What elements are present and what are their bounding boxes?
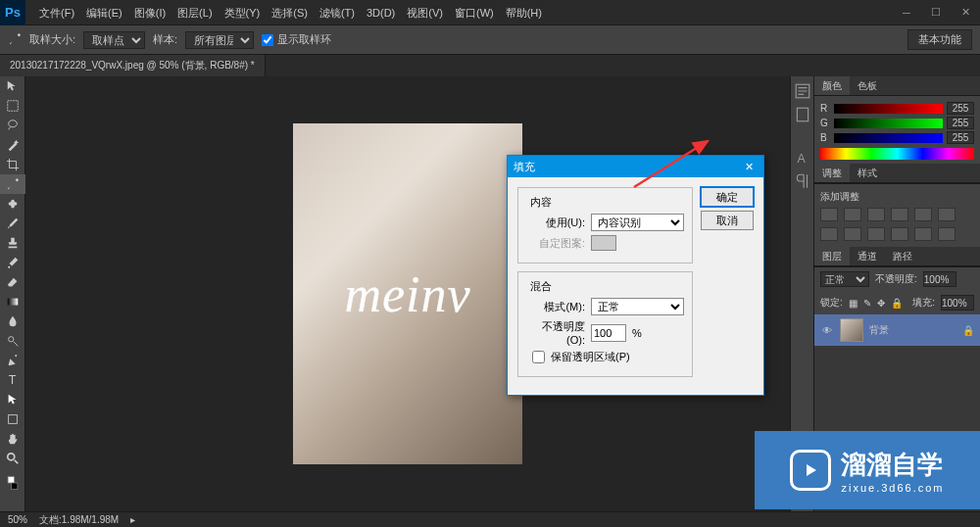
add-adjustment-label: 添加调整 xyxy=(820,190,974,204)
styles-tab[interactable]: 样式 xyxy=(850,164,885,182)
r-slider[interactable] xyxy=(834,104,943,114)
menu-view[interactable]: 视图(V) xyxy=(401,0,449,25)
properties-icon[interactable] xyxy=(794,106,811,123)
lock-move-icon[interactable]: ✥ xyxy=(877,298,885,309)
dialog-close-button[interactable]: ✕ xyxy=(740,161,758,173)
menu-window[interactable]: 窗口(W) xyxy=(449,0,500,25)
menu-edit[interactable]: 编辑(E) xyxy=(80,0,128,25)
adj-vibrance[interactable] xyxy=(914,208,932,221)
adj-exposure[interactable] xyxy=(891,208,908,221)
menu-3d[interactable]: 3D(D) xyxy=(361,0,401,25)
lock-transparent-icon[interactable]: ▦ xyxy=(849,298,858,309)
adjust-tab[interactable]: 调整 xyxy=(814,164,850,182)
use-select[interactable]: 内容识别 xyxy=(591,214,684,231)
title-bar: Ps 文件(F) 编辑(E) 图像(I) 图层(L) 类型(Y) 选择(S) 滤… xyxy=(0,0,980,25)
pen-tool[interactable] xyxy=(0,351,25,370)
heal-tool[interactable] xyxy=(0,194,25,214)
cancel-button[interactable]: 取消 xyxy=(701,211,754,230)
adj-channelmixer[interactable] xyxy=(891,227,908,241)
paths-tab[interactable]: 路径 xyxy=(885,247,920,265)
brush-tool[interactable] xyxy=(0,214,25,233)
dialog-titlebar[interactable]: 填充 ✕ xyxy=(508,156,763,177)
adj-curves[interactable] xyxy=(867,208,885,221)
history-brush-tool[interactable] xyxy=(0,253,25,272)
minimize-button[interactable]: ─ xyxy=(892,0,921,24)
close-button[interactable]: ✕ xyxy=(951,0,980,24)
lasso-tool[interactable] xyxy=(0,116,25,135)
hand-tool[interactable] xyxy=(0,429,25,449)
custom-pattern-label: 自定图案: xyxy=(526,236,585,251)
svg-rect-6 xyxy=(9,415,18,424)
g-value[interactable]: 255 xyxy=(947,117,974,129)
shape-tool[interactable] xyxy=(0,409,25,429)
menu-image[interactable]: 图像(I) xyxy=(128,0,172,25)
b-slider[interactable] xyxy=(834,133,943,143)
menu-help[interactable]: 帮助(H) xyxy=(500,0,548,25)
visibility-icon[interactable]: 👁 xyxy=(820,325,834,336)
adj-brightness[interactable] xyxy=(820,208,838,221)
menu-file[interactable]: 文件(F) xyxy=(33,0,80,25)
doc-info: 文档:1.98M/1.98M xyxy=(39,513,119,527)
b-value[interactable]: 255 xyxy=(947,131,974,144)
adj-huesat[interactable] xyxy=(938,208,956,221)
gradient-tool[interactable] xyxy=(0,292,25,311)
layer-name: 背景 xyxy=(869,323,889,337)
adj-colorbalance[interactable] xyxy=(820,227,838,241)
stamp-tool[interactable] xyxy=(0,233,25,253)
eyedropper-tool[interactable] xyxy=(0,174,25,194)
r-value[interactable]: 255 xyxy=(947,102,974,115)
type-tool[interactable]: T xyxy=(0,370,25,390)
adj-colorlookup[interactable] xyxy=(914,227,932,241)
preserve-transparency-checkbox[interactable] xyxy=(532,351,545,363)
color-swap-tool[interactable] xyxy=(0,468,25,498)
site-name: 溜溜自学 xyxy=(841,450,943,479)
chevron-right-icon[interactable]: ▸ xyxy=(130,514,135,525)
lock-paint-icon[interactable]: ✎ xyxy=(863,298,871,309)
adj-bw[interactable] xyxy=(844,227,861,241)
g-slider[interactable] xyxy=(834,119,943,128)
character-icon[interactable]: A xyxy=(794,149,811,167)
ok-button[interactable]: 确定 xyxy=(701,187,754,207)
marquee-tool[interactable] xyxy=(0,96,25,116)
layers-tab[interactable]: 图层 xyxy=(814,247,850,265)
blend-mode-select[interactable]: 正常 xyxy=(820,271,869,287)
mode-select[interactable]: 正常 xyxy=(591,298,684,315)
maximize-button[interactable]: ☐ xyxy=(921,0,951,24)
opacity-input[interactable] xyxy=(591,324,626,342)
color-tab[interactable]: 颜色 xyxy=(814,76,850,95)
hue-strip[interactable] xyxy=(820,148,974,160)
sample-size-select[interactable]: 取样点 xyxy=(83,31,145,49)
adj-levels[interactable] xyxy=(844,208,861,221)
menu-filter[interactable]: 滤镜(T) xyxy=(314,0,361,25)
eraser-tool[interactable] xyxy=(0,272,25,292)
dodge-tool[interactable] xyxy=(0,331,25,351)
status-bar: 50% 文档:1.98M/1.98M ▸ xyxy=(0,511,980,527)
workspace-button[interactable]: 基本功能 xyxy=(907,29,972,50)
wand-tool[interactable] xyxy=(0,135,25,155)
menu-layer[interactable]: 图层(L) xyxy=(172,0,218,25)
layer-fill-input[interactable] xyxy=(941,295,974,311)
path-select-tool[interactable] xyxy=(0,390,25,409)
history-icon[interactable] xyxy=(794,82,811,100)
menu-type[interactable]: 类型(Y) xyxy=(219,0,267,25)
svg-text:T: T xyxy=(9,373,17,387)
zoom-level[interactable]: 50% xyxy=(8,514,27,525)
layer-opacity-input[interactable] xyxy=(923,271,956,287)
move-tool[interactable] xyxy=(0,76,25,96)
adj-photofilter[interactable] xyxy=(867,227,885,241)
crop-tool[interactable] xyxy=(0,155,25,174)
menu-select[interactable]: 选择(S) xyxy=(266,0,314,25)
adj-invert[interactable] xyxy=(938,227,956,241)
zoom-tool[interactable] xyxy=(0,449,25,468)
show-ring-checkbox[interactable]: 显示取样环 xyxy=(262,32,331,47)
document-tab[interactable]: 20130217172228_VQrwX.jpeg @ 50% (背景, RGB… xyxy=(0,55,266,76)
blur-tool[interactable] xyxy=(0,311,25,331)
lock-all-icon[interactable]: 🔒 xyxy=(891,298,903,309)
color-panel: R255 G255 B255 xyxy=(814,96,980,164)
paragraph-icon[interactable] xyxy=(794,172,811,190)
svg-rect-2 xyxy=(11,200,15,209)
layer-item-background[interactable]: 👁 背景 🔒 xyxy=(814,314,980,346)
swatches-tab[interactable]: 色板 xyxy=(850,76,885,95)
sample-layers-select[interactable]: 所有图层 xyxy=(185,31,254,49)
channels-tab[interactable]: 通道 xyxy=(850,247,885,265)
